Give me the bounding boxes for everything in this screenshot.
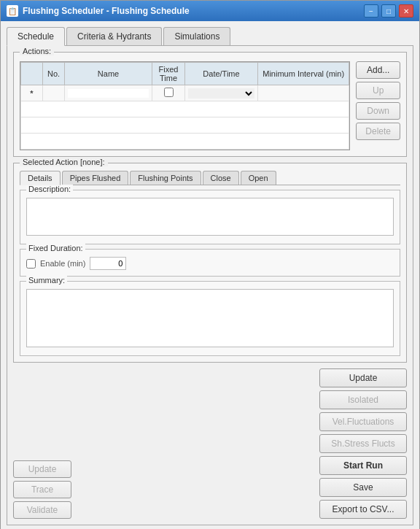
actions-group: Actions: No. Name Fixed Time Date/Time [13, 52, 407, 157]
sh-stress-flucts-button[interactable]: Sh.Stress Flucts [319, 434, 407, 453]
details-content: Description: Fixed Duration: Enable (min… [20, 190, 400, 356]
bottom-right-buttons: Update Isolated Vel.Fluctuations Sh.Stre… [319, 368, 407, 519]
title-controls: − □ ✕ [364, 4, 413, 18]
summary-group: Summary: [20, 281, 400, 356]
up-button[interactable]: Up [356, 82, 400, 99]
title-bar: 📋 Flushing Scheduler - Flushing Schedule… [1, 1, 419, 21]
fixed-duration-row: Enable (min) [26, 257, 394, 270]
actions-area: No. Name Fixed Time Date/Time Minimum In… [20, 61, 400, 150]
enable-min-label: Enable (min) [40, 259, 85, 268]
bottom-left-buttons: Update Trace Validate [13, 460, 71, 519]
validate-button[interactable]: Validate [13, 501, 71, 519]
summary-textarea[interactable] [26, 289, 394, 347]
description-label: Description: [26, 185, 73, 193]
update-left-button[interactable]: Update [13, 460, 71, 478]
export-csv-button[interactable]: Export to CSV... [319, 500, 407, 519]
app-icon: 📋 [7, 5, 18, 17]
main-tabs-bar: Schedule Criteria & Hydrants Simulations [7, 27, 413, 46]
inner-tab-flushing-points[interactable]: Flushing Points [130, 171, 201, 185]
col-header-no [21, 63, 43, 85]
inner-tabs-bar: Details Pipes Flushed Flushing Points Cl… [20, 171, 400, 185]
add-button[interactable]: Add... [356, 61, 400, 79]
start-run-button[interactable]: Start Run [319, 456, 407, 475]
row-name-cell[interactable] [65, 85, 152, 101]
col-header-datetime: Date/Time [185, 63, 258, 85]
table-empty-row-1 [21, 101, 349, 117]
maximize-button[interactable]: □ [381, 4, 396, 18]
enable-min-value[interactable] [90, 257, 126, 270]
delete-button[interactable]: Delete [356, 123, 400, 140]
actions-table: No. Name Fixed Time Date/Time Minimum In… [20, 62, 349, 150]
actions-buttons: Add... Up Down Delete [356, 61, 400, 150]
row-no-cell [43, 85, 65, 101]
main-content-area: Actions: No. Name Fixed Time Date/Time [7, 46, 413, 525]
inner-tab-details[interactable]: Details [20, 171, 61, 185]
bottom-area: Update Trace Validate Update Isolated Ve… [13, 368, 407, 519]
save-button[interactable]: Save [319, 478, 407, 497]
row-asterisk: * [21, 85, 43, 101]
description-group: Description: [20, 190, 400, 244]
description-textarea[interactable] [26, 198, 394, 236]
col-header-name: Name [65, 63, 152, 85]
inner-tab-close[interactable]: Close [203, 171, 239, 185]
down-button[interactable]: Down [356, 102, 400, 120]
main-window: 📋 Flushing Scheduler - Flushing Schedule… [0, 0, 420, 529]
close-button[interactable]: ✕ [399, 4, 413, 18]
actions-table-container: No. Name Fixed Time Date/Time Minimum In… [20, 61, 350, 150]
fixed-duration-group: Fixed Duration: Enable (min) [20, 249, 400, 277]
fixed-duration-label: Fixed Duration: [26, 244, 85, 252]
fixed-time-checkbox[interactable] [164, 88, 174, 97]
tab-criteria-hydrants[interactable]: Criteria & Hydrants [66, 27, 162, 45]
col-header-no-num: No. [43, 63, 65, 85]
actions-group-label: Actions: [20, 47, 54, 55]
window-body: Schedule Criteria & Hydrants Simulations… [1, 21, 419, 529]
row-name-input[interactable] [68, 89, 149, 98]
datetime-dropdown[interactable] [188, 88, 254, 99]
title-bar-left: 📋 Flushing Scheduler - Flushing Schedule [7, 5, 190, 17]
trace-button[interactable]: Trace [13, 481, 71, 498]
tab-simulations[interactable]: Simulations [163, 27, 230, 45]
window-title: Flushing Scheduler - Flushing Schedule [23, 6, 190, 16]
selected-action-group: Selected Action [none]: Details Pipes Fl… [13, 163, 407, 363]
row-fixed-time-cell [152, 85, 185, 101]
table-new-row: * [21, 85, 349, 101]
table-empty-row-2 [21, 117, 349, 134]
enable-min-checkbox[interactable] [26, 259, 36, 269]
selected-action-label: Selected Action [none]: [20, 158, 108, 166]
vel-fluctuations-button[interactable]: Vel.Fluctuations [319, 412, 407, 431]
col-header-fixed-time: Fixed Time [152, 63, 185, 85]
col-header-min-interval: Minimum Interval (min) [258, 63, 349, 85]
row-datetime-cell [185, 85, 258, 101]
table-empty-row-3 [21, 134, 349, 150]
isolated-button[interactable]: Isolated [319, 390, 407, 409]
update-right-button[interactable]: Update [319, 368, 407, 387]
inner-tab-open[interactable]: Open [241, 171, 276, 185]
summary-label: Summary: [26, 276, 67, 285]
inner-tab-pipes-flushed[interactable]: Pipes Flushed [62, 171, 129, 185]
row-min-interval-cell [258, 85, 349, 101]
tab-schedule[interactable]: Schedule [7, 27, 65, 46]
minimize-button[interactable]: − [364, 4, 378, 18]
